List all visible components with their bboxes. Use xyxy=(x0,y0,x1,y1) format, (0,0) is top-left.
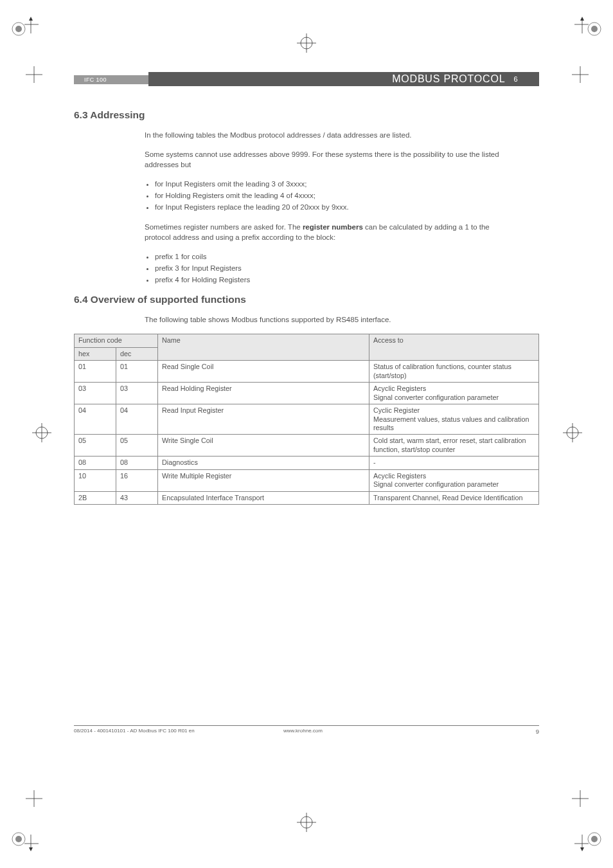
footer-url: www.krohne.com xyxy=(283,728,323,734)
para-6-3-2: Some systems cannot use addresses above … xyxy=(145,149,504,170)
para-6-3-1: In the following tables the Modbus proto… xyxy=(145,130,504,140)
para-6-4-intro: The following table shows Modbus functio… xyxy=(145,314,504,325)
cell-access: Acyclic RegistersSignal converter config… xyxy=(369,469,539,491)
section-number-box: 6 xyxy=(511,74,521,84)
cell-access: Cold start, warm start, error reset, sta… xyxy=(369,435,539,457)
text-fragment: Sometimes register numbers are asked for… xyxy=(145,223,303,231)
bold-register-numbers: register numbers xyxy=(303,223,363,231)
bullets-6-3-b: prefix 1 for coils prefix 3 for Input Re… xyxy=(145,251,504,285)
list-item: prefix 4 for Holding Registers xyxy=(155,275,504,285)
page-content: IFC 100 MODBUS PROTOCOL 6 6.3 Addressing… xyxy=(74,72,539,505)
list-item: prefix 3 for Input Registers xyxy=(155,263,504,273)
page-header: IFC 100 MODBUS PROTOCOL 6 xyxy=(74,72,539,86)
svg-marker-9 xyxy=(580,17,584,21)
crop-mark-icon xyxy=(32,423,51,445)
registration-mark-icon xyxy=(9,829,39,859)
col-function-code: Function code xyxy=(75,334,158,347)
cell-hex: 04 xyxy=(75,404,116,435)
col-dec: dec xyxy=(116,347,158,360)
cell-hex: 08 xyxy=(75,457,116,469)
cell-access: Status of calibration functions, counter… xyxy=(369,361,539,383)
section-6-3-heading: 6.3 Addressing xyxy=(74,109,539,121)
cell-hex: 2B xyxy=(75,491,116,504)
cell-name: Read Single Coil xyxy=(158,361,369,383)
cell-name: Diagnostics xyxy=(158,457,369,469)
table-row: 2B43Encapsulated Interface TransportTran… xyxy=(75,491,539,504)
cell-dec: 01 xyxy=(116,361,158,383)
svg-point-6 xyxy=(591,26,598,32)
bullets-6-3-a: for Input Registers omit the leading 3 o… xyxy=(145,179,504,212)
crop-mark-icon xyxy=(572,66,589,86)
list-item: for Holding Registers omit the leading 4… xyxy=(155,190,504,201)
header-right-bar: MODBUS PROTOCOL 6 xyxy=(148,72,539,86)
registration-mark-icon xyxy=(574,9,604,39)
list-item: for Input Registers omit the leading 3 o… xyxy=(155,179,504,189)
page-footer: 08/2014 - 4001410101 - AD Modbus IFC 100… xyxy=(74,725,539,735)
svg-marker-14 xyxy=(29,847,33,851)
table-row: 1016Write Multiple RegisterAcyclic Regis… xyxy=(75,469,539,491)
col-hex: hex xyxy=(75,347,116,360)
registration-mark-icon xyxy=(574,829,604,859)
crop-mark-icon xyxy=(572,790,589,809)
cell-hex: 05 xyxy=(75,435,116,457)
table-row: 0808Diagnostics- xyxy=(75,457,539,469)
list-item: for Input Registers replace the leading … xyxy=(155,202,504,212)
cell-dec: 43 xyxy=(116,491,158,504)
svg-point-11 xyxy=(15,836,22,842)
crop-mark-icon xyxy=(26,66,42,86)
cell-hex: 03 xyxy=(75,383,116,404)
col-name: Name xyxy=(158,334,369,361)
para-6-3-3: Sometimes register numbers are asked for… xyxy=(145,222,504,242)
product-label: IFC 100 xyxy=(84,75,107,84)
cell-access: - xyxy=(369,457,539,469)
table-header-row: Function code Name Access to xyxy=(75,334,539,347)
footer-page-number: 9 xyxy=(536,728,539,735)
table-row: 0303Read Holding RegisterAcyclic Registe… xyxy=(75,383,539,404)
cell-hex: 01 xyxy=(75,361,116,383)
crop-mark-icon xyxy=(297,813,316,835)
functions-table: Function code Name Access to hex dec 010… xyxy=(74,334,539,505)
cell-name: Write Single Coil xyxy=(158,435,369,457)
cell-dec: 16 xyxy=(116,469,158,491)
section-6-4-heading: 6.4 Overview of supported functions xyxy=(74,294,539,305)
table-row: 0505Write Single CoilCold start, warm st… xyxy=(75,435,539,457)
cell-name: Write Multiple Register xyxy=(158,469,369,491)
table-row: 0404Read Input RegisterCyclic RegisterMe… xyxy=(75,404,539,435)
list-item: prefix 1 for coils xyxy=(155,251,504,262)
footer-doc-id: 08/2014 - 4001410101 - AD Modbus IFC 100… xyxy=(74,728,195,734)
cell-name: Read Input Register xyxy=(158,404,369,435)
svg-point-1 xyxy=(15,26,22,32)
cell-hex: 10 xyxy=(75,469,116,491)
cell-name: Read Holding Register xyxy=(158,383,369,404)
header-title: MODBUS PROTOCOL 6 xyxy=(392,72,521,86)
cell-access: Acyclic RegistersSignal converter config… xyxy=(369,383,539,404)
crop-mark-icon xyxy=(26,790,42,809)
cell-dec: 03 xyxy=(116,383,158,404)
crop-mark-icon xyxy=(563,423,582,445)
svg-marker-19 xyxy=(580,847,584,851)
cell-dec: 05 xyxy=(116,435,158,457)
header-title-text: MODBUS PROTOCOL xyxy=(392,73,505,84)
svg-marker-4 xyxy=(29,17,33,21)
table-row: 0101Read Single CoilStatus of calibratio… xyxy=(75,361,539,383)
svg-point-16 xyxy=(591,836,598,842)
cell-access: Cyclic RegisterMeasurement values, statu… xyxy=(369,404,539,435)
cell-dec: 08 xyxy=(116,457,158,469)
cell-dec: 04 xyxy=(116,404,158,435)
cell-access: Transparent Channel, Read Device Identif… xyxy=(369,491,539,504)
col-access: Access to xyxy=(369,334,539,361)
cell-name: Encapsulated Interface Transport xyxy=(158,491,369,504)
registration-mark-icon xyxy=(9,9,39,39)
crop-mark-icon xyxy=(297,33,316,55)
